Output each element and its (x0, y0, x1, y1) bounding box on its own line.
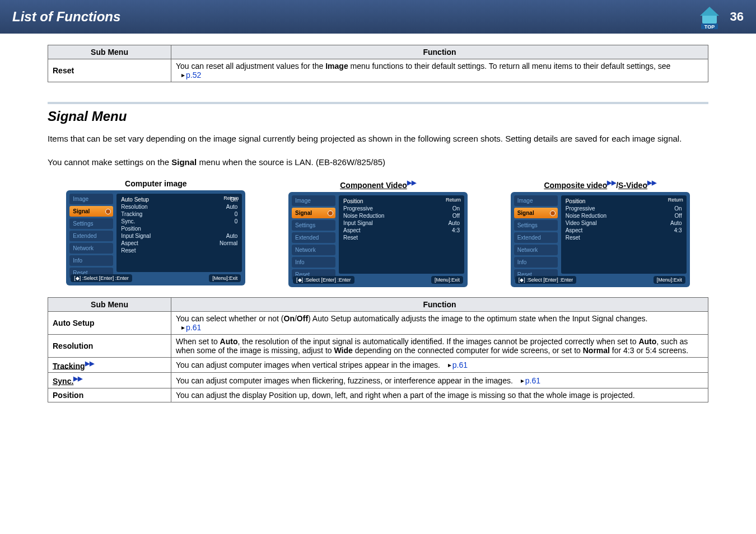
section-title: Signal Menu (48, 109, 708, 124)
osd-computer: Image Signal Settings Extended Network I… (66, 190, 245, 285)
col-function: Function (171, 297, 708, 311)
svg-rect-0 (702, 15, 717, 24)
row-sync-label: Sync.▶▶ (48, 373, 171, 388)
osd-tab-signal: Signal (69, 206, 113, 217)
table-row: Auto Setup You can select whether or not… (48, 311, 708, 334)
row-tracking-desc: You can adjust computer images when vert… (171, 357, 708, 373)
signal-table: Sub Menu Function Auto Setup You can sel… (48, 297, 708, 402)
page-header: List of Functions TOP 36 (0, 0, 756, 34)
osd-return: Return (223, 195, 239, 201)
row-position-label: Position (48, 388, 171, 402)
col-submenu: Sub Menu (48, 45, 171, 59)
glossary-icon: ▶▶ (407, 179, 416, 186)
row-resolution-desc: When set to Auto, the resolution of the … (171, 334, 708, 357)
paragraph-2: You cannot make settings on the Signal m… (48, 156, 708, 169)
row-resolution-label: Resolution (48, 334, 171, 357)
table-row: Reset You can reset all adjustment value… (48, 59, 708, 82)
hand-icon (176, 324, 185, 329)
page-ref-link[interactable]: p.61 (442, 360, 468, 369)
row-auto-setup-label: Auto Setup (48, 311, 171, 334)
table-row: Sync.▶▶ You can adjust computer images w… (48, 373, 708, 388)
row-sync-desc: You can adjust computer images when flic… (171, 373, 708, 388)
caption-component-video: Component Video▶▶ (273, 179, 484, 190)
glossary-icon: ▶▶ (647, 179, 656, 186)
osd-component: Image Signal Settings Extended Network I… (288, 192, 468, 287)
reset-label: Reset (48, 59, 171, 82)
page-ref-link[interactable]: p.52 (176, 71, 201, 79)
table-row: Resolution When set to Auto, the resolut… (48, 334, 708, 357)
glossary-icon: ▶▶ (607, 179, 616, 186)
osd-tab-image: Image (69, 194, 113, 204)
screenshot-row: Computer image Image Signal Settings Ext… (50, 179, 706, 287)
table-row: Tracking▶▶ You can adjust computer image… (48, 357, 708, 373)
header-title: List of Functions (12, 9, 120, 25)
caption-computer-image: Computer image (50, 179, 262, 188)
osd-tab-network: Network (69, 243, 113, 254)
page-ref-link[interactable]: p.61 (176, 323, 201, 332)
row-auto-setup-desc: You can select whether or not (On/Off) A… (171, 311, 708, 334)
row-position-desc: You can adjust the display Position up, … (171, 388, 708, 402)
table-row: Position You can adjust the display Posi… (48, 388, 708, 402)
page-number: 36 (730, 10, 744, 24)
hand-icon (176, 71, 185, 77)
osd-tab-settings: Settings (69, 218, 113, 229)
reset-table: Sub Menu Function Reset You can reset al… (48, 45, 708, 82)
osd-tab-extended: Extended (69, 231, 113, 241)
osd-tab-info: Info (69, 255, 113, 266)
osd-composite: Image Signal Settings Extended Network I… (511, 192, 690, 287)
section-divider (48, 102, 708, 104)
row-tracking-label: Tracking▶▶ (48, 357, 171, 373)
glossary-icon: ▶▶ (85, 360, 94, 367)
hand-icon (515, 377, 524, 382)
col-function: Function (171, 45, 708, 59)
reset-desc: You can reset all adjustment values for … (171, 59, 708, 82)
hand-icon (442, 361, 451, 367)
top-icon[interactable]: TOP (696, 3, 724, 30)
page-ref-link[interactable]: p.61 (515, 376, 540, 385)
svg-marker-1 (700, 7, 719, 16)
glossary-icon: ▶▶ (73, 375, 82, 382)
svg-text:TOP: TOP (704, 24, 714, 30)
col-submenu: Sub Menu (48, 297, 171, 311)
caption-composite-svideo: Composite video▶▶/S-Video▶▶ (494, 179, 706, 190)
paragraph-1: Items that can be set vary depending on … (48, 132, 708, 146)
